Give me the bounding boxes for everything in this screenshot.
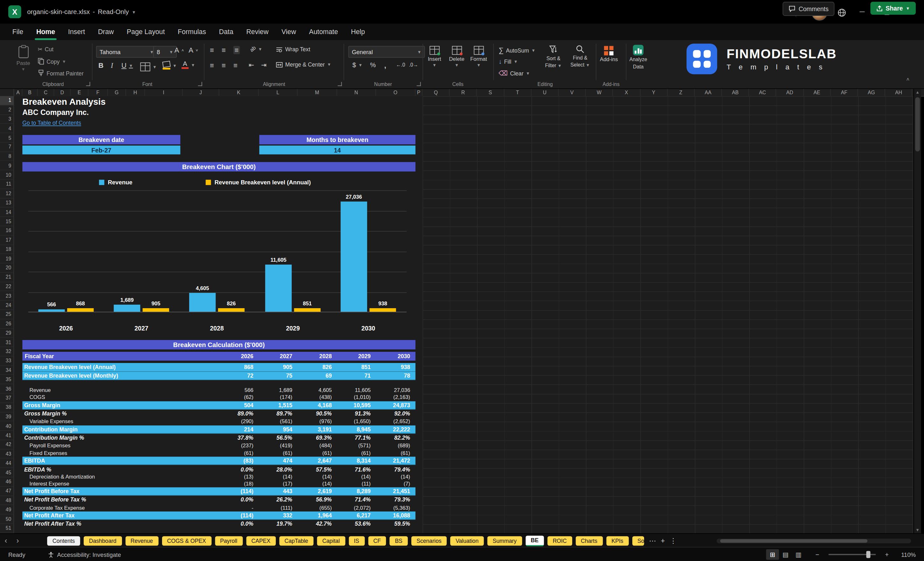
row-header-39[interactable]: 39 (0, 412, 14, 422)
row-header-41[interactable]: 41 (0, 431, 14, 440)
row-header-50[interactable]: 50 (0, 514, 14, 524)
copy-button[interactable]: Copy▼ (38, 58, 66, 64)
table-cell[interactable]: (83) (219, 457, 258, 464)
row-header-40[interactable]: 40 (0, 422, 14, 431)
decrease-decimal-button[interactable]: .0→ (409, 62, 418, 68)
table-cell[interactable]: 37.8% (219, 434, 258, 442)
column-header-j[interactable]: J (183, 89, 219, 96)
table-cell[interactable]: 1,515 (259, 401, 298, 408)
autosum-button[interactable]: ∑AutoSum▼ (499, 46, 536, 54)
table-cell[interactable]: (2,163) (376, 393, 416, 401)
clipboard-dialog-launcher-icon[interactable] (86, 82, 90, 86)
table-cell[interactable]: 8,289 (337, 487, 376, 495)
row-header-26[interactable]: 26 (0, 320, 14, 328)
table-row-label[interactable]: Gross Margin % (22, 409, 219, 417)
table-cell[interactable]: 8,945 (337, 425, 376, 433)
table-row-label[interactable]: Net Profit After Tax (22, 512, 219, 519)
table-cell[interactable]: 21,451 (376, 487, 416, 495)
table-cell[interactable]: 2029 (337, 352, 376, 361)
new-sheet-button[interactable]: + (661, 537, 665, 545)
column-header-af[interactable]: AF (831, 89, 858, 96)
sheet-tab-capex[interactable]: CAPEX (246, 536, 276, 545)
table-cell[interactable]: (655) (298, 504, 337, 512)
table-cell[interactable]: (14) (298, 473, 337, 480)
row-header-15[interactable]: 15 (0, 217, 14, 226)
column-header-l[interactable]: L (259, 89, 298, 96)
table-cell[interactable]: 82.2% (376, 434, 416, 442)
horizontal-scrollbar[interactable] (717, 539, 911, 543)
table-cell[interactable]: (7) (376, 480, 416, 487)
column-header-p[interactable]: P (416, 89, 423, 96)
ribbon-tab-home[interactable]: Home (30, 24, 62, 40)
table-row-label[interactable]: Revenue Breakeven level (Annual) (22, 363, 219, 371)
normal-view-icon[interactable]: ⊞ (766, 549, 779, 560)
find-select-button[interactable]: Find & Select ▼ (571, 45, 590, 68)
column-header-g[interactable]: G (108, 89, 126, 96)
row-header-31[interactable]: 31 (0, 338, 14, 347)
table-row-label[interactable]: Corporate Tax Expense (22, 504, 219, 512)
table-cell[interactable]: 24,873 (376, 401, 416, 408)
row-header-29[interactable]: 29 (0, 328, 14, 338)
row-header-32[interactable]: 32 (0, 347, 14, 356)
table-row-label[interactable]: Fixed Expenses (22, 449, 219, 457)
column-header-q[interactable]: Q (423, 89, 450, 96)
format-cells-button[interactable]: Format▼ (470, 46, 487, 67)
table-cell[interactable]: (419) (259, 442, 298, 449)
sheet-tab-be[interactable]: BE (525, 535, 544, 546)
table-row-label[interactable]: Interest Expense (22, 480, 219, 487)
column-header-i[interactable]: I (145, 89, 183, 96)
table-cell[interactable]: 566 (219, 387, 258, 393)
format-painter-button[interactable]: Format Painter (38, 69, 83, 76)
table-cell[interactable]: 75 (259, 372, 298, 380)
orientation-button[interactable]: ab▼ (250, 46, 262, 52)
row-header-18[interactable]: 18 (0, 245, 14, 254)
column-header-o[interactable]: O (376, 89, 416, 96)
ribbon-tab-file[interactable]: File (6, 24, 30, 40)
table-cell[interactable]: 26.2% (259, 495, 298, 504)
table-cell[interactable]: 504 (219, 401, 258, 408)
column-header-ae[interactable]: AE (804, 89, 831, 96)
table-cell[interactable]: 214 (219, 425, 258, 433)
row-header-37[interactable]: 37 (0, 393, 14, 403)
table-row-label[interactable]: EBITDA (22, 457, 219, 464)
table-cell[interactable]: 79.3% (376, 495, 416, 504)
table-cell[interactable]: (111) (259, 504, 298, 512)
row-header-35[interactable]: 35 (0, 375, 14, 384)
ribbon-tab-automate[interactable]: Automate (303, 24, 345, 40)
sheet-tab-is[interactable]: IS (349, 536, 364, 545)
table-cell[interactable]: 57.5% (298, 465, 337, 473)
row-header-22[interactable]: 22 (0, 282, 14, 291)
table-cell[interactable]: (2,652) (376, 417, 416, 425)
table-cell[interactable]: (438) (298, 393, 337, 401)
table-cell[interactable]: 69.3% (298, 434, 337, 442)
table-cell[interactable]: (61) (376, 449, 416, 457)
table-cell[interactable]: 1,964 (298, 512, 337, 519)
number-dialog-launcher-icon[interactable] (417, 82, 421, 86)
table-cell[interactable]: (14) (376, 473, 416, 480)
table-cell[interactable]: (1,010) (337, 393, 376, 401)
table-cell[interactable]: 954 (259, 425, 298, 433)
sheet-tab-valuation[interactable]: Valuation (450, 536, 484, 545)
comments-button[interactable]: Comments (783, 2, 834, 16)
table-cell[interactable]: 4,168 (298, 401, 337, 408)
table-cell[interactable]: 16,088 (376, 512, 416, 519)
table-cell[interactable]: 4,605 (298, 387, 337, 393)
zoom-in-button[interactable]: + (880, 549, 893, 560)
table-cell[interactable]: 1,689 (259, 387, 298, 393)
column-header-c[interactable]: C (38, 89, 54, 96)
table-cell[interactable]: 79.4% (376, 465, 416, 473)
sheet-tab-dashboard[interactable]: Dashboard (84, 536, 122, 545)
ribbon-tab-review[interactable]: Review (240, 24, 275, 40)
row-header-43[interactable]: 43 (0, 450, 14, 459)
row-header-14[interactable]: 14 (0, 208, 14, 217)
table-cell[interactable]: 27,036 (376, 387, 416, 393)
scroll-down-icon[interactable]: ▼ (914, 528, 921, 532)
column-header-d[interactable]: D (54, 89, 70, 96)
ribbon-tab-page-layout[interactable]: Page Layout (120, 24, 171, 40)
row-header-7[interactable]: 7 (0, 142, 14, 152)
row-header-23[interactable]: 23 (0, 291, 14, 300)
align-bottom-icon[interactable]: ≡ (233, 46, 240, 54)
table-cell[interactable]: (2,072) (337, 504, 376, 512)
comma-format-button[interactable]: , (384, 61, 386, 69)
column-header-x[interactable]: X (613, 89, 640, 96)
